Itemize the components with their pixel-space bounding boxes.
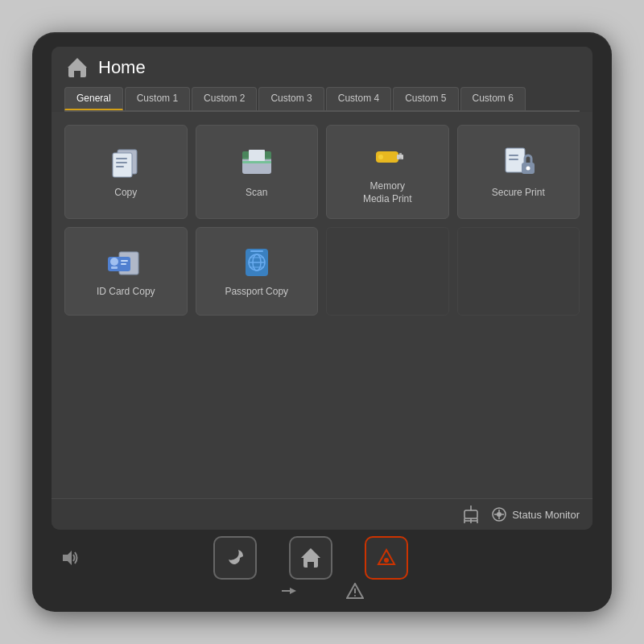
svg-rect-5 (116, 158, 127, 159)
svg-rect-18 (509, 155, 518, 156)
svg-rect-35 (464, 510, 477, 518)
svg-marker-1 (68, 58, 87, 68)
memory-media-print-button[interactable]: MemoryMedia Print (326, 125, 449, 219)
header-home-icon (64, 55, 90, 80)
screen-header: Home (52, 47, 592, 80)
center-buttons (213, 536, 408, 580)
screen-status-bar: Status Monitor (52, 498, 592, 530)
svg-point-21 (526, 166, 530, 170)
svg-rect-25 (111, 266, 118, 269)
svg-point-48 (384, 558, 389, 563)
scan-label: Scan (246, 187, 267, 200)
id-card-copy-button[interactable]: ID Card Copy (64, 227, 188, 316)
svg-rect-52 (354, 588, 356, 593)
tab-custom4[interactable]: Custom 4 (326, 87, 391, 110)
grid-row-2: ID Card Copy (64, 227, 580, 316)
copy-icon (105, 145, 147, 180)
speaker-icon (60, 549, 80, 567)
passport-copy-label: Passport Copy (225, 286, 288, 299)
grid-row-1: Copy (64, 125, 580, 219)
svg-point-53 (354, 595, 356, 597)
empty-cell-2 (457, 227, 580, 316)
svg-rect-46 (308, 562, 314, 568)
tabs-bar: General Custom 1 Custom 2 Custom 3 Custo… (52, 80, 592, 110)
copy-button[interactable]: Copy (64, 125, 188, 219)
svg-rect-7 (116, 166, 124, 167)
status-monitor-button[interactable]: Status Monitor (491, 506, 580, 522)
svg-rect-10 (242, 161, 271, 163)
passport-copy-button[interactable]: Passport Copy (196, 227, 319, 316)
svg-rect-15 (399, 158, 402, 159)
memory-icon (366, 138, 408, 174)
svg-point-24 (110, 258, 118, 266)
speaker-area (60, 549, 80, 567)
hardware-controls (52, 530, 592, 583)
memory-media-print-label: MemoryMedia Print (363, 180, 412, 205)
tab-custom1[interactable]: Custom 1 (125, 87, 190, 110)
app-grid: Copy (52, 112, 592, 498)
bottom-indicators (52, 583, 592, 602)
empty-cell-1 (326, 227, 449, 316)
network-icon (460, 506, 481, 523)
tab-custom5[interactable]: Custom 5 (393, 87, 458, 110)
sleep-button[interactable] (213, 536, 257, 580)
device-body: Home General Custom 1 Custom 2 Custom 3 … (32, 32, 612, 612)
status-monitor-label: Status Monitor (512, 509, 580, 521)
secure-print-button[interactable]: Secure Print (457, 125, 580, 219)
svg-rect-14 (399, 153, 402, 155)
scan-icon (236, 145, 278, 180)
secure-print-label: Secure Print (492, 187, 545, 200)
svg-point-42 (497, 512, 502, 517)
home-hw-button[interactable] (289, 536, 332, 580)
tab-custom3[interactable]: Custom 3 (258, 87, 324, 110)
svg-rect-2 (74, 71, 80, 77)
screen-title: Home (98, 57, 146, 78)
secure-print-icon (497, 145, 539, 180)
warning-indicator (346, 583, 364, 599)
svg-point-16 (378, 155, 383, 159)
svg-marker-50 (290, 588, 296, 594)
svg-rect-6 (116, 162, 127, 163)
id-card-icon (105, 244, 147, 279)
svg-marker-45 (301, 548, 320, 558)
svg-rect-19 (509, 159, 518, 160)
tab-general[interactable]: General (64, 87, 123, 110)
svg-marker-43 (63, 551, 72, 565)
svg-rect-11 (249, 150, 265, 161)
scan-button[interactable]: Scan (196, 125, 319, 219)
tab-custom6[interactable]: Custom 6 (460, 87, 526, 110)
power-stop-button[interactable] (365, 536, 408, 580)
svg-rect-26 (121, 260, 128, 262)
passport-icon (236, 244, 278, 279)
svg-rect-27 (121, 263, 126, 265)
id-card-copy-label: ID Card Copy (97, 286, 155, 299)
copy-label: Copy (114, 187, 137, 200)
login-indicator (280, 583, 298, 599)
svg-rect-34 (250, 250, 263, 252)
tab-custom2[interactable]: Custom 2 (192, 87, 257, 110)
svg-rect-4 (113, 153, 132, 177)
device-screen: Home General Custom 1 Custom 2 Custom 3 … (52, 47, 592, 530)
